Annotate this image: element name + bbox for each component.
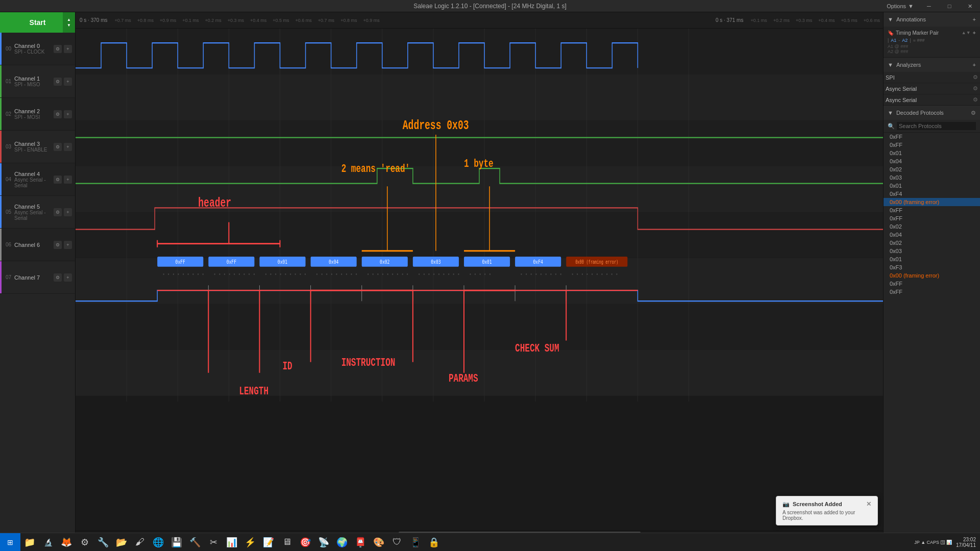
- channel-settings-1[interactable]: ⚙: [54, 78, 62, 86]
- channel-add-3[interactable]: +: [64, 143, 72, 151]
- protocol-item-2[interactable]: 0x01: [884, 149, 980, 157]
- protocol-item-17[interactable]: 0x00 (framing error): [884, 271, 980, 280]
- taskbar-icon-app16[interactable]: 🌍: [333, 533, 351, 552]
- protocol-item-5[interactable]: 0x03: [884, 173, 980, 182]
- analyzers-header[interactable]: ▼ Analyzers +: [884, 58, 980, 72]
- waveform-svg: 0xFF 0xFF 0x01 0x04 0x02 0x03 0x01: [76, 29, 883, 531]
- channel-add-4[interactable]: +: [64, 176, 72, 184]
- start-button[interactable]: Start ▲ ▼: [0, 12, 75, 33]
- waveform-area[interactable]: 0xFF 0xFF 0x01 0x04 0x02 0x03 0x01: [76, 29, 883, 531]
- annotations-header[interactable]: ▼ Annotations +: [884, 12, 980, 27]
- annotations-add-icon[interactable]: +: [973, 16, 976, 22]
- search-protocols-container: 🔍: [884, 120, 980, 133]
- channel-add-1[interactable]: +: [64, 78, 72, 86]
- analyzer-item-async2[interactable]: Async Serial ⚙: [884, 94, 980, 105]
- protocol-item-14[interactable]: 0x03: [884, 247, 980, 255]
- taskbar-icon-matlab[interactable]: 🔬: [39, 533, 57, 552]
- taskbar-icon-app2[interactable]: ⚙: [76, 533, 94, 552]
- channel-row-1: 01 Channel 1 SPI - MISO ⚙ +: [0, 65, 75, 98]
- taskbar-icon-app17[interactable]: 📮: [351, 533, 370, 552]
- annotations-collapse-icon: ▼: [888, 16, 893, 22]
- svg-text:0x01: 0x01: [278, 259, 287, 265]
- analyzer-settings-async2[interactable]: ⚙: [973, 96, 978, 103]
- protocol-item-19[interactable]: 0xFF: [884, 288, 980, 296]
- channel-settings-7[interactable]: ⚙: [54, 273, 62, 282]
- protocol-item-4[interactable]: 0x02: [884, 165, 980, 173]
- channel-settings-5[interactable]: ⚙: [54, 208, 62, 216]
- taskbar-icon-app3[interactable]: 🔧: [94, 533, 112, 552]
- taskbar-icon-app7[interactable]: 💾: [167, 533, 186, 552]
- channel-settings-6[interactable]: ⚙: [54, 241, 62, 249]
- protocol-item-1[interactable]: 0xFF: [884, 141, 980, 149]
- analyzer-item-async1[interactable]: Async Serial ⚙: [884, 83, 980, 94]
- taskbar-icon-app10[interactable]: 📊: [223, 533, 241, 552]
- protocol-item-8[interactable]: 0x00 (framing error): [884, 198, 980, 206]
- svg-text:• • • • • • • • •: • • • • • • • • •: [316, 271, 358, 278]
- channel-color-0: [0, 33, 2, 65]
- protocol-item-13[interactable]: 0x02: [884, 239, 980, 247]
- taskbar-icon-app8[interactable]: 🔨: [186, 533, 204, 552]
- taskbar-icon-app12[interactable]: 📝: [259, 533, 278, 552]
- timing-marker-add[interactable]: +: [973, 30, 976, 36]
- protocol-item-3[interactable]: 0x04: [884, 157, 980, 165]
- protocol-list[interactable]: 0xFF 0xFF 0x01 0x04 0x02 0x03 0x01 0xF4 …: [884, 133, 980, 551]
- channel-settings-2[interactable]: ⚙: [54, 110, 62, 118]
- search-protocols-input[interactable]: [897, 122, 976, 130]
- channel-add-2[interactable]: +: [64, 110, 72, 118]
- taskbar-icon-app5[interactable]: 🖌: [131, 533, 149, 552]
- protocol-item-9[interactable]: 0xFF: [884, 206, 980, 214]
- channel-settings-3[interactable]: ⚙: [54, 143, 62, 151]
- svg-text:• • • • • • • • •: • • • • • • • • •: [418, 271, 460, 278]
- analyzer-item-spi[interactable]: SPI ⚙: [884, 72, 980, 83]
- protocol-item-11[interactable]: 0x02: [884, 222, 980, 231]
- start-dropdown-arrow[interactable]: ▲ ▼: [63, 12, 75, 33]
- minimize-button[interactable]: ─: [919, 0, 939, 12]
- protocol-item-7[interactable]: 0xF4: [884, 190, 980, 198]
- protocol-item-12[interactable]: 0x04: [884, 231, 980, 239]
- toast-body: A screenshot was added to your Dropbox.: [782, 510, 871, 521]
- taskbar-start-button[interactable]: ⊞: [0, 533, 20, 552]
- analyzer-settings-async1[interactable]: ⚙: [973, 85, 978, 92]
- svg-text:0x01: 0x01: [482, 259, 492, 265]
- protocol-item-6[interactable]: 0x01: [884, 182, 980, 190]
- channel-add-5[interactable]: +: [64, 208, 72, 216]
- taskbar-icon-app21[interactable]: 🔒: [425, 533, 443, 552]
- channel-add-7[interactable]: +: [64, 273, 72, 282]
- taskbar-icon-app9[interactable]: ✂: [204, 533, 223, 552]
- analyzers-section: ▼ Analyzers + SPI ⚙ Async Serial ⚙ Async…: [884, 58, 980, 106]
- protocol-item-16[interactable]: 0xF3: [884, 263, 980, 271]
- channel-add-6[interactable]: +: [64, 241, 72, 249]
- channel-settings-4[interactable]: ⚙: [54, 176, 62, 184]
- options-button[interactable]: Options ▼: [881, 0, 919, 12]
- taskbar-icon-app1[interactable]: 🦊: [57, 533, 76, 552]
- channel-settings-0[interactable]: ⚙: [54, 45, 62, 53]
- toast-close-button[interactable]: ✕: [866, 500, 871, 508]
- taskbar-icon-app20[interactable]: 📱: [406, 533, 425, 552]
- taskbar-icon-app4[interactable]: 📂: [112, 533, 131, 552]
- analyzers-list: SPI ⚙ Async Serial ⚙ Async Serial ⚙: [884, 72, 980, 105]
- protocol-item-18[interactable]: 0xFF: [884, 280, 980, 288]
- taskbar-icon-app14[interactable]: 🎯: [296, 533, 314, 552]
- analyzers-add-icon[interactable]: +: [973, 62, 976, 68]
- taskbar-icon-app11[interactable]: ⚡: [241, 533, 259, 552]
- taskbar-icon-app19[interactable]: 🛡: [388, 533, 406, 552]
- taskbar-icon-app13[interactable]: 🖥: [278, 533, 296, 552]
- search-icon: 🔍: [888, 123, 895, 130]
- close-button[interactable]: ✕: [960, 0, 980, 12]
- protocol-item-0[interactable]: 0xFF: [884, 133, 980, 141]
- maximize-button[interactable]: □: [939, 0, 960, 12]
- toast-notification: 📷 Screenshot Added ✕ A screenshot was ad…: [776, 496, 878, 525]
- svg-text:0x03: 0x03: [431, 259, 440, 265]
- decoded-protocols-settings[interactable]: ⚙: [971, 110, 976, 116]
- analyzer-settings-spi[interactable]: ⚙: [973, 74, 978, 81]
- channel-add-0[interactable]: +: [64, 45, 72, 53]
- taskbar-icon-app15[interactable]: 📡: [314, 533, 333, 552]
- main-layout: Start ▲ ▼ 00 Channel 0 SPI - CLOCK ⚙ + 0…: [0, 12, 980, 551]
- channel-row-2: 02 Channel 2 SPI - MOSI ⚙ +: [0, 98, 75, 131]
- protocol-item-10[interactable]: 0xFF: [884, 214, 980, 222]
- taskbar-icon-explorer[interactable]: 📁: [20, 533, 39, 552]
- taskbar-icon-app18[interactable]: 🎨: [370, 533, 388, 552]
- title-text: Saleae Logic 1.2.10 - [Connected] - [24 …: [413, 3, 567, 10]
- taskbar-icon-app6[interactable]: 🌐: [149, 533, 167, 552]
- protocol-item-15[interactable]: 0x01: [884, 255, 980, 263]
